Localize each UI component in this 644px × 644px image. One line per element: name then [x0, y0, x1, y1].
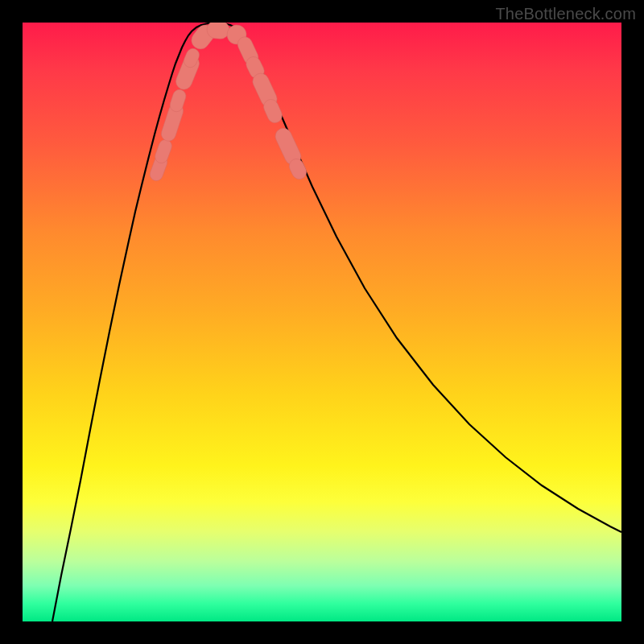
marker-layer [23, 23, 621, 621]
watermark-label: TheBottleneck.com [495, 5, 636, 23]
plot-frame [23, 23, 621, 621]
datapoint-markers [148, 23, 309, 183]
